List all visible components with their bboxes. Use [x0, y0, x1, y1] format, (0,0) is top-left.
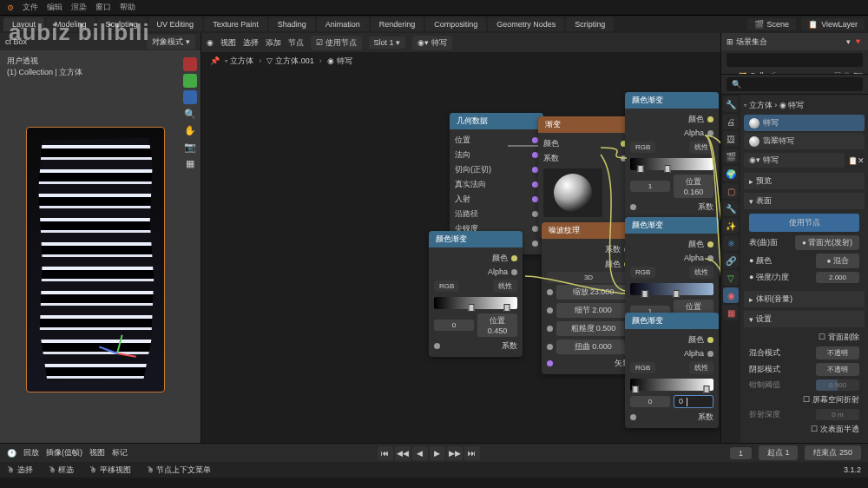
tab-world[interactable]: 🌍	[723, 166, 739, 181]
tl-keying[interactable]: 插像(值帧)	[46, 447, 82, 458]
tab-modifiers[interactable]: 🔧	[723, 201, 739, 216]
bc-mesh[interactable]: ▽ 立方体.001	[266, 56, 314, 67]
viewlayer-selector[interactable]: 📋ViewLayer	[801, 18, 865, 30]
tab-particles[interactable]: ✨	[723, 218, 739, 234]
rendered-object[interactable]	[26, 127, 165, 392]
ramp-pos-editing[interactable]: 0	[674, 395, 713, 408]
axis-x-icon[interactable]	[183, 57, 197, 71]
panel-volume[interactable]: ▸ 体积(音量)	[744, 291, 865, 307]
shader-node-editor[interactable]: ◉ 视图 选择 添加 节点 ☑ 使用节点 Slot 1 ▾ ◉▾ 特写 📌 ▫ …	[201, 33, 720, 443]
ramp-pos[interactable]: 位置 0.450	[477, 313, 517, 337]
hdr-select[interactable]: 选择	[243, 37, 259, 49]
menu-edit[interactable]: 编辑	[47, 2, 62, 13]
menu-help[interactable]: 帮助	[120, 2, 135, 13]
filter-icon[interactable]: ▾ 🔻	[846, 37, 863, 46]
ramp-interp[interactable]: 线性	[689, 361, 713, 374]
use-nodes-button[interactable]: 使用节点	[749, 214, 859, 232]
noise-scale[interactable]: 缩放 23.000	[556, 285, 630, 300]
hdr-add[interactable]: 添加	[266, 37, 281, 49]
colorramp-gradient[interactable]	[630, 379, 713, 391]
colorramp-gradient[interactable]	[434, 297, 517, 309]
material-slot-0[interactable]: 特写	[744, 115, 865, 131]
tab-animation[interactable]: Animation	[317, 17, 369, 31]
tl-playback[interactable]: 回放	[23, 447, 39, 458]
ramp-mode[interactable]: RGB	[630, 267, 655, 278]
camera-icon[interactable]: 📷	[183, 140, 197, 154]
play-rev-icon[interactable]: ◀	[412, 446, 428, 460]
menu-render[interactable]: 渲染	[71, 2, 87, 13]
tab-texpaint[interactable]: Texture Paint	[204, 17, 267, 31]
ramp-interp[interactable]: 线性	[493, 280, 517, 293]
use-nodes-toggle[interactable]: ☑ 使用节点	[311, 36, 362, 50]
surface-type[interactable]: ● 背面光(发射)	[795, 235, 859, 250]
mode-dropdown[interactable]: 对象模式 ▾	[147, 35, 195, 49]
props-search[interactable]	[727, 77, 863, 91]
outliner[interactable]: ⊞ 场景集合▾ 🔻 ▾📁Collection☑ 👁 📷 ▽相机👁 📷 ▽立方体◉…	[721, 33, 868, 75]
3d-viewport[interactable]: ct Box 对象模式 ▾ 用户透视 (1) Collection | 立方体 …	[0, 33, 201, 443]
tab-mesh[interactable]: ▽	[723, 270, 739, 286]
material-selector[interactable]: ◉▾ 特写	[412, 36, 452, 50]
ramp-interp[interactable]: 线性	[689, 141, 713, 154]
ramp-index[interactable]: 1	[630, 181, 670, 192]
tab-uv[interactable]: UV Editing	[148, 17, 203, 31]
tab-shading[interactable]: Shading	[269, 17, 315, 31]
next-key-icon[interactable]: ▶▶	[447, 446, 463, 460]
node-noise[interactable]: 噪波纹理 系数 颜色 3D 缩放 23.000 细节 2.000 粗糙度 0.5…	[542, 222, 635, 374]
tab-texture[interactable]: ▦	[723, 305, 739, 320]
noise-distort[interactable]: 扭曲 0.000	[556, 340, 630, 354]
hdr-view[interactable]: 视图	[220, 37, 236, 49]
tab-object[interactable]: ▢	[723, 183, 739, 199]
scene-selector[interactable]: 🎬Scene	[747, 18, 797, 30]
axis-z-icon[interactable]	[183, 90, 197, 104]
end-frame[interactable]: 结束点 250	[805, 445, 861, 460]
axis-y-icon[interactable]	[183, 74, 197, 88]
strength-field[interactable]: 2.000	[816, 272, 859, 283]
tab-scene[interactable]: 🎬	[723, 148, 739, 164]
zoom-icon[interactable]: 🔍	[183, 107, 197, 121]
clip-val[interactable]: 0.500	[816, 379, 859, 391]
material-slot-1[interactable]: 翡翠特写	[744, 133, 865, 149]
panel-preview[interactable]: ▸ 预览	[744, 173, 865, 189]
timeline-icon[interactable]: 🕐	[7, 449, 16, 458]
tab-output[interactable]: 🖨	[723, 114, 739, 129]
tl-marker[interactable]: 标记	[112, 447, 128, 458]
ramp-interp[interactable]: 线性	[689, 266, 713, 279]
blend-mode[interactable]: 不透明	[816, 346, 859, 359]
ramp-mode[interactable]: RGB	[434, 280, 459, 292]
persp-icon[interactable]: ▦	[183, 156, 197, 170]
start-frame[interactable]: 起点 1	[759, 445, 799, 460]
play-icon[interactable]: ▶	[430, 446, 445, 460]
noise-rough[interactable]: 粗糙度 0.500	[556, 321, 630, 336]
color-type[interactable]: ● 混合	[816, 254, 859, 268]
ramp-pos[interactable]: 位置 0.160	[674, 175, 713, 198]
pin-icon[interactable]: 📌	[210, 56, 220, 65]
outliner-search[interactable]	[727, 53, 863, 67]
panel-surface[interactable]: ▾ 表面	[744, 193, 865, 209]
menu-window[interactable]: 窗口	[95, 2, 111, 13]
tab-rendering[interactable]: Rendering	[371, 17, 424, 31]
jump-end-icon[interactable]: ⏭	[464, 446, 480, 460]
node-colorramp-1[interactable]: 颜色渐变 颜色 Alpha RGB线性 0位置 0.450 系数	[429, 231, 523, 357]
noise-dim[interactable]: 3D	[547, 272, 630, 283]
current-frame[interactable]: 1	[730, 447, 752, 459]
tab-viewlayer[interactable]: 🖼	[723, 131, 739, 147]
shadow-mode[interactable]: 不透明	[816, 363, 859, 376]
colorramp-gradient[interactable]	[630, 283, 713, 295]
node-colorramp-4[interactable]: 颜色渐变 颜色 Alpha RGB线性 00 系数	[625, 313, 719, 428]
tab-scripting[interactable]: Scripting	[566, 17, 614, 31]
node-colorramp-2[interactable]: 颜色渐变 颜色 Alpha RGB线性 1位置 0.160 系数	[625, 92, 719, 218]
bc-mat[interactable]: ◉ 特写	[327, 56, 352, 67]
tab-render[interactable]: 🔧	[723, 96, 739, 112]
tab-constraints[interactable]: 🔗	[723, 253, 739, 268]
jump-start-icon[interactable]: ⏮	[378, 446, 393, 460]
menu-file[interactable]: 文件	[23, 2, 38, 13]
ramp-index[interactable]: 0	[630, 396, 670, 407]
material-name-field[interactable]: ◉▾ 特写	[744, 153, 845, 168]
ramp-index[interactable]: 0	[434, 320, 474, 331]
editor-type-icon[interactable]: ◉	[207, 38, 214, 47]
slot-selector[interactable]: Slot 1 ▾	[369, 36, 406, 49]
mat-new-icon[interactable]: 📋✕	[848, 156, 865, 165]
tab-geonodes[interactable]: Geometry Nodes	[488, 17, 564, 31]
ramp-mode[interactable]: RGB	[630, 362, 655, 373]
prev-key-icon[interactable]: ◀◀	[395, 446, 411, 460]
